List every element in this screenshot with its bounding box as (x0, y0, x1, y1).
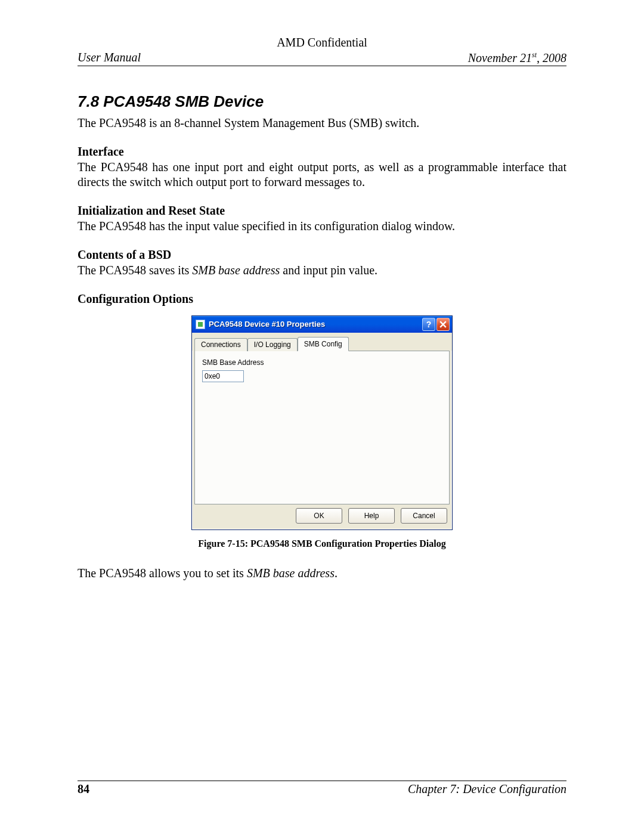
close-icon (439, 321, 447, 328)
smb-base-address-label: SMB Base Address (202, 358, 442, 367)
help-button-icon[interactable]: ? (422, 318, 435, 331)
figure-caption: Figure 7-15: PCA9548 SMB Configuration P… (78, 538, 566, 549)
tab-io-logging[interactable]: I/O Logging (247, 338, 298, 351)
dialog-figure: PCA9548 Device #10 Properties ? Connecti… (78, 315, 566, 530)
bsd-body: The PCA9548 saves its SMB base address a… (78, 263, 566, 278)
tab-connections[interactable]: Connections (194, 338, 247, 351)
footer-chapter: Chapter 7: Device Configuration (408, 782, 566, 796)
after-figure-text: The PCA9548 allows you to set its SMB ba… (78, 566, 566, 581)
header-left: User Manual (78, 51, 141, 65)
tab-panel-smb-config: SMB Base Address (194, 351, 450, 504)
bsd-body-pre: The PCA9548 saves its (78, 264, 192, 277)
header-date-prefix: November 21 (468, 51, 532, 64)
header-date: November 21st, 2008 (468, 51, 566, 65)
page-footer: 84 Chapter 7: Device Configuration (78, 781, 566, 796)
dialog-button-row: OK Help Cancel (192, 508, 452, 529)
tabs-row: Connections I/O Logging SMB Config (192, 333, 452, 351)
config-heading: Configuration Options (78, 292, 566, 306)
after-fig-pre: The PCA9548 allows you to set its (78, 566, 247, 580)
bsd-heading: Contents of a BSD (78, 248, 566, 262)
cancel-button[interactable]: Cancel (401, 508, 447, 524)
window-icon (196, 320, 205, 329)
properties-dialog: PCA9548 Device #10 Properties ? Connecti… (191, 315, 453, 530)
section-title: 7.8 PCA9548 SMB Device (78, 92, 566, 111)
tab-smb-config[interactable]: SMB Config (298, 337, 349, 351)
dialog-title: PCA9548 Device #10 Properties (209, 320, 421, 329)
header-row: User Manual November 21st, 2008 (78, 51, 566, 66)
help-button[interactable]: Help (348, 508, 395, 524)
header-confidential: AMD Confidential (78, 36, 566, 49)
interface-heading: Interface (78, 145, 566, 159)
bsd-body-em: SMB base address (192, 264, 280, 277)
ok-button[interactable]: OK (296, 508, 342, 524)
init-body: The PCA9548 has the input value specifie… (78, 219, 566, 234)
bsd-body-post: and input pin value. (280, 264, 377, 277)
dialog-titlebar: PCA9548 Device #10 Properties ? (192, 316, 452, 333)
header-date-suffix: st (532, 51, 537, 59)
section-intro: The PCA9548 is an 8-channel System Manag… (78, 116, 566, 131)
smb-base-address-input[interactable] (202, 370, 244, 382)
header-date-year: , 2008 (537, 51, 566, 64)
close-button-icon[interactable] (436, 318, 450, 331)
after-fig-post: . (335, 566, 338, 580)
page-number: 84 (78, 782, 89, 796)
init-heading: Initialization and Reset State (78, 204, 566, 218)
after-fig-em: SMB base address (247, 566, 335, 580)
interface-body: The PCA9548 has one input port and eight… (78, 160, 566, 190)
